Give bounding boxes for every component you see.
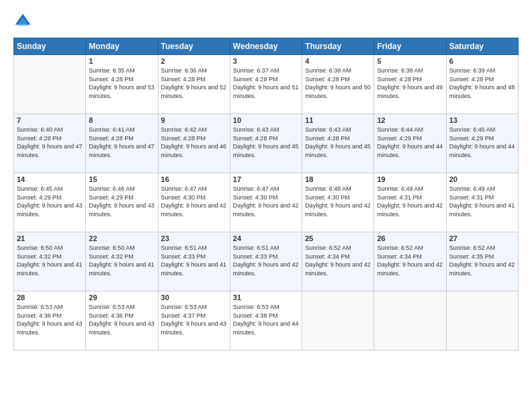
page: SundayMondayTuesdayWednesdayThursdayFrid…: [0, 0, 532, 411]
daylight-text: Daylight: 9 hours and 41 minutes.: [89, 261, 154, 277]
calendar-cell: 29Sunrise: 6:53 AMSunset: 4:36 PMDayligh…: [86, 291, 158, 351]
calendar-cell: 10Sunrise: 6:43 AMSunset: 4:28 PMDayligh…: [230, 114, 302, 173]
sunrise-text: Sunrise: 6:45 AM: [449, 126, 515, 134]
sunset-text: Sunset: 4:28 PM: [449, 75, 515, 84]
day-number: 27: [449, 234, 515, 242]
day-number: 3: [233, 57, 299, 65]
daylight-text: Daylight: 9 hours and 44 minutes.: [233, 320, 299, 336]
daylight-text: Daylight: 9 hours and 47 minutes.: [89, 142, 154, 159]
sunrise-text: Sunrise: 6:50 AM: [17, 244, 83, 253]
day-info: Sunrise: 6:53 AMSunset: 4:38 PMDaylight:…: [233, 303, 299, 336]
day-info: Sunrise: 6:53 AMSunset: 4:36 PMDaylight:…: [17, 303, 83, 336]
day-number: 22: [89, 234, 154, 242]
sunrise-text: Sunrise: 6:48 AM: [305, 185, 371, 193]
sunset-text: Sunset: 4:31 PM: [449, 193, 515, 202]
sunrise-text: Sunrise: 6:52 AM: [377, 244, 443, 253]
day-number: 11: [305, 116, 371, 124]
sunrise-text: Sunrise: 6:43 AM: [305, 126, 371, 134]
daylight-text: Daylight: 9 hours and 42 minutes.: [305, 261, 371, 277]
daylight-text: Daylight: 9 hours and 52 minutes.: [161, 83, 227, 100]
calendar-cell: 13Sunrise: 6:45 AMSunset: 4:29 PMDayligh…: [446, 114, 518, 173]
sunrise-text: Sunrise: 6:39 AM: [449, 66, 515, 75]
day-number: 16: [161, 175, 227, 183]
sunset-text: Sunset: 4:28 PM: [161, 134, 227, 143]
daylight-text: Daylight: 9 hours and 41 minutes.: [449, 201, 515, 218]
daylight-text: Daylight: 9 hours and 43 minutes.: [161, 320, 227, 336]
sunrise-text: Sunrise: 6:45 AM: [17, 185, 83, 193]
calendar-cell: [446, 291, 518, 351]
day-info: Sunrise: 6:45 AMSunset: 4:29 PMDaylight:…: [449, 126, 515, 159]
sunrise-text: Sunrise: 6:50 AM: [89, 244, 154, 253]
sunrise-text: Sunrise: 6:38 AM: [377, 66, 443, 75]
sunrise-text: Sunrise: 6:42 AM: [161, 126, 227, 134]
calendar-cell: 26Sunrise: 6:52 AMSunset: 4:34 PMDayligh…: [374, 232, 446, 291]
day-info: Sunrise: 6:36 AMSunset: 4:28 PMDaylight:…: [161, 66, 227, 100]
sunrise-text: Sunrise: 6:51 AM: [233, 244, 299, 253]
header: [13, 12, 519, 31]
daylight-text: Daylight: 9 hours and 42 minutes.: [305, 201, 371, 218]
sunrise-text: Sunrise: 6:36 AM: [161, 66, 227, 75]
weekday-header-tuesday: Tuesday: [158, 38, 230, 55]
day-info: Sunrise: 6:48 AMSunset: 4:30 PMDaylight:…: [305, 185, 371, 218]
calendar-header-row: SundayMondayTuesdayWednesdayThursdayFrid…: [14, 38, 519, 55]
daylight-text: Daylight: 9 hours and 43 minutes.: [89, 320, 154, 336]
day-info: Sunrise: 6:47 AMSunset: 4:30 PMDaylight:…: [161, 185, 227, 218]
sunrise-text: Sunrise: 6:53 AM: [89, 303, 154, 312]
daylight-text: Daylight: 9 hours and 43 minutes.: [17, 201, 83, 218]
daylight-text: Daylight: 9 hours and 42 minutes.: [233, 201, 299, 218]
sunset-text: Sunset: 4:36 PM: [89, 312, 154, 320]
day-info: Sunrise: 6:52 AMSunset: 4:35 PMDaylight:…: [449, 244, 515, 277]
calendar-cell: 18Sunrise: 6:48 AMSunset: 4:30 PMDayligh…: [302, 173, 374, 232]
calendar-cell: 7Sunrise: 6:40 AMSunset: 4:28 PMDaylight…: [14, 114, 86, 173]
calendar-cell: [14, 55, 86, 114]
sunset-text: Sunset: 4:30 PM: [305, 193, 371, 202]
sunset-text: Sunset: 4:28 PM: [305, 134, 371, 143]
calendar-cell: 12Sunrise: 6:44 AMSunset: 4:29 PMDayligh…: [374, 114, 446, 173]
day-number: 18: [305, 175, 371, 183]
day-info: Sunrise: 6:52 AMSunset: 4:34 PMDaylight:…: [377, 244, 443, 277]
sunrise-text: Sunrise: 6:53 AM: [161, 303, 227, 312]
daylight-text: Daylight: 9 hours and 43 minutes.: [89, 201, 154, 218]
day-info: Sunrise: 6:52 AMSunset: 4:34 PMDaylight:…: [305, 244, 371, 277]
day-number: 14: [17, 175, 83, 183]
calendar-cell: 17Sunrise: 6:47 AMSunset: 4:30 PMDayligh…: [230, 173, 302, 232]
day-info: Sunrise: 6:53 AMSunset: 4:37 PMDaylight:…: [161, 303, 227, 336]
sunset-text: Sunset: 4:36 PM: [17, 312, 83, 320]
sunset-text: Sunset: 4:34 PM: [305, 253, 371, 261]
calendar-week-3: 14Sunrise: 6:45 AMSunset: 4:29 PMDayligh…: [14, 173, 519, 232]
sunset-text: Sunset: 4:28 PM: [377, 75, 443, 84]
calendar-cell: [302, 291, 374, 351]
calendar-cell: 23Sunrise: 6:51 AMSunset: 4:33 PMDayligh…: [158, 232, 230, 291]
sunset-text: Sunset: 4:28 PM: [305, 75, 371, 84]
day-info: Sunrise: 6:45 AMSunset: 4:29 PMDaylight:…: [17, 185, 83, 218]
calendar-cell: 15Sunrise: 6:46 AMSunset: 4:29 PMDayligh…: [86, 173, 158, 232]
daylight-text: Daylight: 9 hours and 50 minutes.: [305, 83, 371, 100]
calendar-cell: 28Sunrise: 6:53 AMSunset: 4:36 PMDayligh…: [14, 291, 86, 351]
sunset-text: Sunset: 4:32 PM: [17, 253, 83, 261]
day-number: 1: [89, 57, 154, 65]
daylight-text: Daylight: 9 hours and 53 minutes.: [89, 83, 154, 100]
calendar-cell: 24Sunrise: 6:51 AMSunset: 4:33 PMDayligh…: [230, 232, 302, 291]
sunset-text: Sunset: 4:29 PM: [17, 193, 83, 202]
sunset-text: Sunset: 4:33 PM: [233, 253, 299, 261]
calendar-body: 1Sunrise: 6:35 AMSunset: 4:28 PMDaylight…: [14, 55, 519, 351]
sunset-text: Sunset: 4:33 PM: [161, 253, 227, 261]
calendar-cell: 6Sunrise: 6:39 AMSunset: 4:28 PMDaylight…: [446, 55, 518, 114]
calendar-week-4: 21Sunrise: 6:50 AMSunset: 4:32 PMDayligh…: [14, 232, 519, 291]
day-number: 9: [161, 116, 227, 124]
sunrise-text: Sunrise: 6:37 AM: [233, 66, 299, 75]
sunset-text: Sunset: 4:30 PM: [161, 193, 227, 202]
daylight-text: Daylight: 9 hours and 42 minutes.: [377, 201, 443, 218]
calendar-cell: 16Sunrise: 6:47 AMSunset: 4:30 PMDayligh…: [158, 173, 230, 232]
day-info: Sunrise: 6:50 AMSunset: 4:32 PMDaylight:…: [89, 244, 154, 277]
day-number: 30: [161, 293, 227, 302]
sunrise-text: Sunrise: 6:52 AM: [305, 244, 371, 253]
sunrise-text: Sunrise: 6:53 AM: [233, 303, 299, 312]
day-info: Sunrise: 6:38 AMSunset: 4:28 PMDaylight:…: [305, 66, 371, 100]
weekday-header-saturday: Saturday: [446, 38, 518, 55]
sunrise-text: Sunrise: 6:35 AM: [89, 66, 154, 75]
calendar-week-2: 7Sunrise: 6:40 AMSunset: 4:28 PMDaylight…: [14, 114, 519, 173]
daylight-text: Daylight: 9 hours and 41 minutes.: [161, 261, 227, 277]
day-number: 26: [377, 234, 443, 242]
day-number: 17: [233, 175, 299, 183]
